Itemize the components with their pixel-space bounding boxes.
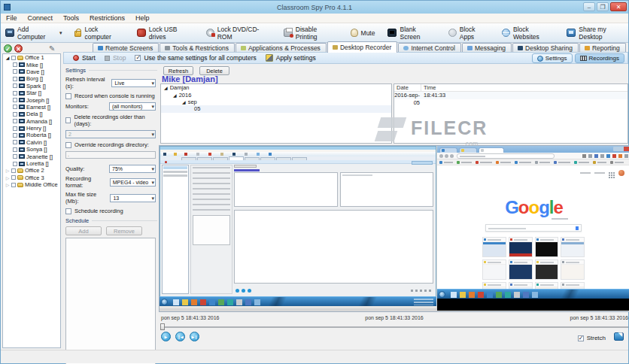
rec-node-year[interactable]: ◢2016 bbox=[161, 91, 391, 98]
settings-view-button[interactable]: Settings bbox=[532, 53, 573, 63]
rec-node-day-selected[interactable]: 05 bbox=[161, 105, 391, 112]
group-checkbox[interactable] bbox=[11, 56, 16, 60]
tree-computer[interactable]: Jeanette [] bbox=[3, 153, 60, 159]
block-apps-button[interactable]: Block Apps bbox=[448, 26, 489, 41]
tree-computer[interactable]: Joseph [] bbox=[3, 96, 60, 103]
tree-computer[interactable]: Earnest [] bbox=[3, 104, 60, 111]
tree-group-office3[interactable]: ▷Office 3 bbox=[3, 174, 60, 181]
restore-button[interactable]: ❐ bbox=[597, 2, 609, 11]
lock-usb-button[interactable]: Lock USB drives bbox=[137, 26, 193, 41]
override-dir-checkbox[interactable]: Override recordings directory: bbox=[65, 141, 156, 148]
tree-computer[interactable]: Sonya [] bbox=[3, 146, 60, 153]
quality-dropdown[interactable]: 75% bbox=[109, 165, 156, 173]
refresh-interval-dropdown[interactable]: Live bbox=[111, 79, 156, 87]
delete-older-dropdown[interactable]: 2 bbox=[65, 130, 156, 138]
same-settings-checkbox[interactable]: Use the same settings for all computers bbox=[135, 54, 256, 62]
tree-computer[interactable]: Henry [] bbox=[3, 125, 60, 132]
schedule-remove-button[interactable]: Remove bbox=[106, 226, 142, 235]
chevron-down-icon[interactable]: ▾ bbox=[59, 30, 62, 36]
disable-printing-button[interactable]: Disable Printing bbox=[284, 26, 338, 41]
expander-open-icon[interactable]: ◢ bbox=[164, 85, 168, 90]
edit-groups-icon[interactable]: ✎ bbox=[49, 44, 55, 53]
tree-computer[interactable]: Amanda [] bbox=[3, 118, 60, 125]
expander-open-icon[interactable]: ◢ bbox=[182, 99, 186, 105]
tree-computer[interactable]: Loretta [] bbox=[3, 160, 60, 167]
recordings-directory-field[interactable]: . bbox=[65, 151, 156, 159]
tree-computer[interactable]: Roberta [] bbox=[3, 132, 60, 138]
connect-all-button[interactable]: ✓ bbox=[4, 44, 12, 53]
format-dropdown[interactable]: MPEG4 - video bbox=[110, 178, 156, 187]
expander-closed-icon[interactable]: ▷ bbox=[5, 175, 10, 180]
rec-node-root[interactable]: ◢Damjan bbox=[161, 84, 391, 91]
schedule-add-button[interactable]: Add bbox=[65, 226, 102, 235]
status-bar bbox=[1, 350, 628, 363]
folder-icon bbox=[17, 168, 23, 173]
mute-button[interactable]: Mute bbox=[351, 29, 375, 37]
seek-handle[interactable] bbox=[160, 323, 165, 330]
checkbox-icon[interactable] bbox=[65, 142, 71, 148]
tree-computer[interactable]: Star [] bbox=[3, 89, 60, 96]
checkbox-icon[interactable] bbox=[65, 117, 71, 123]
column-header-date[interactable]: Date bbox=[394, 84, 421, 91]
apply-settings-button[interactable]: Apply settings bbox=[266, 54, 316, 62]
menu-tools[interactable]: Tools bbox=[58, 14, 84, 22]
expander-closed-icon[interactable]: ▷ bbox=[5, 182, 10, 187]
add-computer-button[interactable]: Add Computer ▾ bbox=[5, 26, 62, 41]
checkbox-icon[interactable] bbox=[65, 93, 71, 99]
title-bar[interactable]: Classroom Spy Pro 4.1.1 – ❐ ✕ bbox=[1, 1, 628, 14]
playback-preview-pane[interactable]: Google bbox=[159, 145, 629, 312]
menu-connect[interactable]: Connect bbox=[23, 14, 59, 22]
block-websites-button[interactable]: Block Websites bbox=[502, 26, 554, 41]
seek-track[interactable] bbox=[160, 326, 628, 328]
expander-closed-icon[interactable]: ▷ bbox=[5, 168, 10, 173]
schedule-list[interactable] bbox=[65, 238, 156, 364]
usb-lock-icon bbox=[137, 29, 146, 37]
thumbnail-row-2 bbox=[482, 259, 585, 280]
step-forward-button[interactable]: ▶❙ bbox=[190, 332, 199, 341]
start-recording-button[interactable]: Start bbox=[73, 54, 96, 62]
seek-slider[interactable] bbox=[160, 323, 628, 329]
share-desktop-button[interactable]: Share my Desktop bbox=[567, 26, 628, 41]
tree-computer[interactable]: Dela [] bbox=[3, 111, 60, 117]
monitors-dropdown[interactable]: (all monitors) bbox=[109, 102, 156, 111]
expander-open-icon[interactable]: ◢ bbox=[173, 93, 177, 98]
lock-computer-button[interactable]: Lock computer bbox=[74, 26, 123, 41]
tree-computer[interactable]: Mike [] bbox=[3, 61, 60, 68]
checkbox-checked-icon[interactable] bbox=[135, 55, 141, 61]
tree-computer[interactable]: Borg [] bbox=[3, 75, 60, 82]
tree-group-middle-office[interactable]: ▷Middle Office bbox=[3, 181, 60, 188]
stop-recording-button[interactable]: Stop bbox=[105, 54, 126, 62]
column-header-time[interactable]: Time bbox=[421, 84, 627, 91]
play-button[interactable]: ▶ bbox=[161, 332, 171, 341]
menu-restrictions[interactable]: Restrictions bbox=[84, 14, 130, 22]
disconnect-all-button[interactable]: ✕ bbox=[14, 44, 23, 53]
checkbox-checked-icon[interactable] bbox=[578, 335, 584, 341]
recordings-view-button[interactable]: Recordings bbox=[575, 53, 624, 63]
tree-group-office2[interactable]: ▷Office 2 bbox=[3, 167, 60, 174]
stretch-checkbox[interactable]: Stretch bbox=[578, 335, 606, 341]
delete-older-checkbox[interactable]: Delete recordings older than (days): bbox=[65, 114, 156, 127]
close-button[interactable]: ✕ bbox=[610, 2, 627, 11]
table-row[interactable]: 2016-sep-05 18:41:33 bbox=[394, 92, 627, 99]
timestamp-current: pon sep 5 18:41:33 2016 bbox=[160, 315, 628, 320]
site-thumbnail bbox=[509, 237, 533, 257]
max-size-dropdown[interactable]: 13 bbox=[110, 194, 156, 202]
rec-node-month[interactable]: ◢sep bbox=[161, 99, 391, 105]
expander-open-icon[interactable]: ◢ bbox=[5, 55, 10, 60]
tab-desktop-recorder[interactable]: Desktop Recorder bbox=[327, 41, 398, 53]
menu-file[interactable]: File bbox=[1, 14, 23, 22]
checkbox-icon[interactable] bbox=[65, 208, 71, 214]
lock-dvd-button[interactable]: Lock DVD/CD-ROM bbox=[206, 26, 271, 41]
record-console-checkbox[interactable]: Record when console is running bbox=[65, 93, 156, 99]
fullscreen-icon[interactable] bbox=[614, 332, 624, 341]
tree-group-office1[interactable]: ◢ Office 1 bbox=[3, 54, 60, 61]
menu-help[interactable]: Help bbox=[130, 14, 155, 22]
blank-screen-button[interactable]: Blank Screen bbox=[387, 26, 435, 41]
schedule-recording-checkbox[interactable]: Schedule recording bbox=[65, 208, 156, 214]
step-back-button[interactable]: ❙◀ bbox=[175, 332, 185, 341]
minimize-button[interactable]: – bbox=[583, 2, 595, 11]
computer-icon bbox=[19, 69, 25, 74]
tree-computer[interactable]: Calvin [] bbox=[3, 139, 60, 146]
tree-computer[interactable]: Spark [] bbox=[3, 83, 60, 89]
tree-computer[interactable]: Dave [] bbox=[3, 68, 60, 75]
